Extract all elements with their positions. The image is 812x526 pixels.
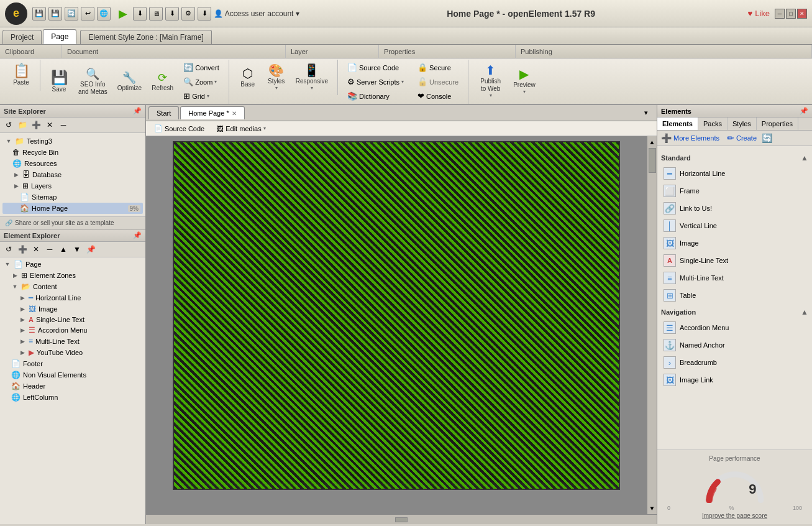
elem-named-anchor[interactable]: ⚓ Named Anchor xyxy=(661,336,808,354)
scroll-thumb[interactable] xyxy=(649,148,656,173)
canvas-scroll-area[interactable]: Welcome Home Pictures Blog Shopping Cont… xyxy=(146,136,647,514)
ee-header[interactable]: 🏠 Header xyxy=(1,381,144,392)
elem-link-to-us[interactable]: 🔗 Link to Us! xyxy=(661,200,808,217)
save-button[interactable]: 💾 Save xyxy=(45,68,73,96)
homepage-tab[interactable]: Home Page * ✕ xyxy=(180,106,244,119)
like-button[interactable]: ♥ Like xyxy=(747,9,770,18)
edit-medias-toolbar-btn[interactable]: 🖼 Edit medias ▾ xyxy=(212,123,270,134)
standard-arrow-icon[interactable]: ▲ xyxy=(801,154,808,162)
element-explorer-pin[interactable]: 📌 xyxy=(133,231,142,239)
ee-hline[interactable]: ▶ ━ Horizontal Line xyxy=(1,292,144,303)
toolbar-save2-btn[interactable]: 💾 xyxy=(48,7,62,21)
more-elements-btn[interactable]: ➕ More Elements xyxy=(661,133,719,143)
scroll-down-btn[interactable]: ▼ xyxy=(648,504,657,513)
nav-pictures[interactable]: Pictures xyxy=(183,251,298,270)
ee-youtube-expand[interactable]: ▶ xyxy=(19,349,26,356)
optimize-button[interactable]: 🔧 Optimize xyxy=(113,69,146,95)
tree-recycle[interactable]: 🗑 Recycle Bin xyxy=(2,147,143,158)
ee-element-zones[interactable]: ▶ ⊞ Element Zones xyxy=(1,270,144,281)
elem-table[interactable]: ⊞ Table xyxy=(661,287,808,304)
tree-layers[interactable]: ▶ ⊞ Layers xyxy=(2,180,143,191)
tabs-dropdown[interactable]: ▾ xyxy=(644,109,654,117)
ee-delete-btn[interactable]: ✕ xyxy=(30,243,42,256)
ee-nonvisual[interactable]: 🌐 Non Visual Elements xyxy=(1,369,144,381)
create-btn[interactable]: ✏ Create xyxy=(727,133,757,143)
base-button[interactable]: ⬡ Base xyxy=(234,64,262,91)
zoom-button[interactable]: 🔍 Zoom ▾ xyxy=(179,75,224,88)
se-delete-btn[interactable]: ✕ xyxy=(43,119,56,131)
elem-vertical-line[interactable]: │ Vertical Line xyxy=(661,217,808,234)
se-refresh-btn[interactable]: ↺ xyxy=(2,119,15,131)
perf-improve[interactable]: Improve the page score xyxy=(662,512,807,519)
elem-frame[interactable]: ⬜ Frame xyxy=(661,182,808,200)
elem-breadcrumb[interactable]: › Breadcrumb xyxy=(661,354,808,371)
nav-shopping[interactable]: Shopping xyxy=(183,293,298,313)
layers-expand-icon[interactable]: ▶ xyxy=(12,182,20,190)
ee-page-root[interactable]: ▼ 📄 Page xyxy=(1,259,144,270)
unsecure-button[interactable]: 🔓 Unsecure xyxy=(413,75,463,88)
grid-button[interactable]: ⊞ Grid ▾ xyxy=(179,90,224,103)
refresh-button[interactable]: ⟳ Refresh xyxy=(147,69,178,95)
canvas-scrollbar[interactable]: ▲ ▼ xyxy=(647,136,657,514)
toolbar-save-btn[interactable]: 💾 xyxy=(32,7,46,21)
ee-hline-expand[interactable]: ▶ xyxy=(19,294,26,302)
elements-tab-properties[interactable]: Properties xyxy=(757,118,798,130)
ee-accordion-expand[interactable]: ▶ xyxy=(19,326,26,334)
tree-resources[interactable]: 🌐 Resources xyxy=(2,158,143,169)
ee-single-text[interactable]: ▶ A Single-Line Text xyxy=(1,315,144,325)
refresh-elements-btn[interactable]: 🔄 xyxy=(762,133,772,143)
preview-button[interactable]: ▶ Preview ▾ xyxy=(509,65,540,98)
seo-button[interactable]: 🔍 SEO Infoand Metas xyxy=(74,65,112,99)
ee-youtube[interactable]: ▶ ▶ YouTube Video xyxy=(1,347,144,358)
ee-leftcol[interactable]: 🌐 LeftColumn xyxy=(1,392,144,403)
se-add-btn[interactable]: ➕ xyxy=(30,119,42,131)
dropdown-btn1[interactable]: ⬇ xyxy=(133,7,147,21)
ee-image[interactable]: ▶ 🖼 Image xyxy=(1,303,144,315)
ee-pin-btn[interactable]: 📌 xyxy=(84,243,97,256)
ee-down-btn[interactable]: ▼ xyxy=(71,243,83,256)
ee-add-btn[interactable]: ➕ xyxy=(16,243,29,256)
server-scripts-button[interactable]: ⚙ Server Scripts ▾ xyxy=(343,75,408,88)
elements-tab-elements[interactable]: Elements xyxy=(657,118,698,130)
elem-accordion[interactable]: ☰ Accordion Menu xyxy=(661,319,808,336)
tree-database[interactable]: ▶ 🗄 Database xyxy=(2,169,143,180)
ee-page-expand[interactable]: ▼ xyxy=(4,261,11,268)
elem-image[interactable]: 🖼 Image xyxy=(661,234,808,252)
welcome-section[interactable]: Welcome xyxy=(193,161,600,225)
minimize-btn[interactable]: ─ xyxy=(775,9,785,19)
nav-contact[interactable]: Contact Us xyxy=(183,315,298,334)
responsive-button[interactable]: 📱 Responsive ▾ xyxy=(291,61,332,94)
tree-sitemap[interactable]: 📄 Sitemap xyxy=(2,191,143,203)
dictionary-button[interactable]: 📚 Dictionary xyxy=(343,90,408,103)
elements-tab-packs[interactable]: Packs xyxy=(698,118,728,130)
toolbar-web-btn[interactable]: 🌐 xyxy=(97,7,111,21)
tree-root[interactable]: ▼ 📁 Testing3 xyxy=(2,136,143,147)
elements-panel-pin[interactable]: 📌 xyxy=(800,107,808,115)
ee-zones-expand[interactable]: ▶ xyxy=(11,272,19,279)
project-tab[interactable]: Project xyxy=(2,30,42,44)
navigation-arrow-icon[interactable]: ▲ xyxy=(801,308,808,316)
se-minus-btn[interactable]: ─ xyxy=(57,119,70,131)
styles-button[interactable]: 🎨 Styles ▾ xyxy=(263,61,290,94)
ee-up-btn[interactable]: ▲ xyxy=(57,243,70,256)
elem-image-link[interactable]: 🖼 Image Link xyxy=(661,371,808,389)
play-btn[interactable]: ▶ xyxy=(116,6,130,21)
ee-refresh-btn[interactable]: ↺ xyxy=(2,243,15,256)
elements-tab-styles[interactable]: Styles xyxy=(728,118,757,130)
share-bar[interactable]: 🔗 Share or sell your site as a template xyxy=(0,216,145,229)
video-player[interactable]: 🎬 YouTube xyxy=(303,251,610,388)
tree-homepage[interactable]: 🏠 Home Page 9% xyxy=(2,203,143,214)
source-code-toolbar-btn[interactable]: 📄 Source Code xyxy=(150,122,209,134)
canvas-area[interactable]: Welcome Home Pictures Blog Shopping Cont… xyxy=(146,136,657,514)
site-explorer-pin[interactable]: 📌 xyxy=(133,107,142,115)
maximize-btn[interactable]: □ xyxy=(786,9,796,19)
root-expand-icon[interactable]: ▼ xyxy=(5,137,12,145)
ee-multiline[interactable]: ▶ ≡ Multi-Line Text xyxy=(1,336,144,347)
paste-button[interactable]: 📋 Paste xyxy=(7,61,35,90)
elem-multi-text[interactable]: ≡ Multi-Line Text xyxy=(661,269,808,287)
console-button[interactable]: ❤ Console xyxy=(413,90,463,103)
ee-footer[interactable]: 📄 Footer xyxy=(1,358,144,369)
toolbar-history-btn[interactable]: 🔄 xyxy=(65,7,78,21)
user-account-label[interactable]: 👤 Access user account ▾ xyxy=(214,9,299,18)
dropdown-btn3[interactable]: ⬇ xyxy=(198,7,211,21)
